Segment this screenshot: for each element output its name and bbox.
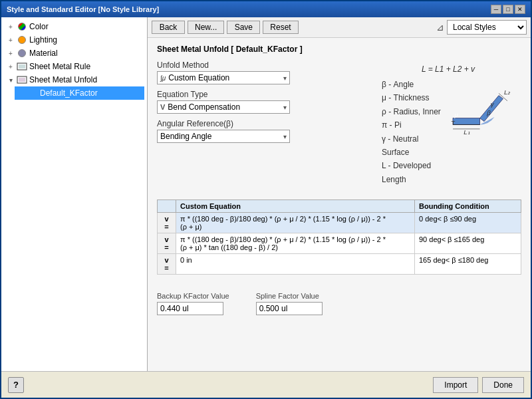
spline-factor-input[interactable] — [256, 302, 323, 315]
sidebar-item-material[interactable]: + Material — [4, 47, 144, 60]
right-panel: Back New... Save Reset ⊿ Local Styles Sh… — [148, 17, 531, 371]
toggle-sheet-metal-unfold[interactable]: ▾ — [5, 76, 16, 84]
table-row: v = π * ((180 deg - β)/180 deg) * (ρ + μ… — [158, 233, 521, 254]
main-window: Style and Standard Editor [No Style Libr… — [0, 0, 532, 399]
main-content: + Color + Lighting + Material — [1, 17, 531, 371]
toggle-material[interactable]: + — [5, 50, 16, 57]
angular-ref-dropdown[interactable]: Bending Angle ▾ — [157, 130, 290, 143]
lighting-icon — [16, 35, 28, 45]
sidebar-label-material: Material — [29, 49, 58, 58]
backup-kfactor-input[interactable] — [157, 302, 223, 315]
row3-equation: 0 in — [176, 254, 415, 275]
svg-marker-5 — [479, 96, 503, 122]
legend-item-L: L - Developed Length — [382, 159, 444, 186]
sidebar-item-color[interactable]: + Color — [4, 20, 144, 33]
row1-label: v = — [158, 213, 176, 233]
import-button[interactable]: Import — [433, 377, 478, 393]
legend-item-beta: β - Angle — [382, 78, 444, 91]
equation-type-arrow: ▾ — [283, 104, 287, 111]
filter-icon: ⊿ — [436, 22, 444, 33]
sidebar-item-default-kfactor[interactable]: Default_KFactor — [15, 86, 144, 100]
unfold-method-label: Unfold Method — [157, 61, 368, 70]
material-icon — [16, 48, 28, 59]
equation-type-dropdown[interactable]: V Bend Compensation ▾ — [157, 100, 290, 114]
unfold-method-icon: ∫μ — [160, 74, 166, 82]
sidebar-label-sheet-metal-rule: Sheet Metal Rule — [29, 62, 90, 71]
svg-text:L₁: L₁ — [464, 128, 469, 136]
help-button[interactable]: ? — [8, 377, 24, 393]
footer-right: Import Done — [433, 377, 524, 393]
svg-text:L₂: L₂ — [504, 88, 511, 96]
equation-type-icon: V — [160, 103, 165, 111]
svg-rect-4 — [453, 118, 480, 125]
kfactor-icon — [27, 88, 39, 98]
spline-factor-field: Spline Factor Value — [256, 292, 323, 315]
row3-label: v = — [158, 254, 176, 275]
spline-factor-label: Spline Factor Value — [256, 292, 323, 300]
window-title: Style and Standard Editor [No Style Libr… — [7, 5, 159, 13]
backup-kfactor-field: Backup KFactor Value — [157, 292, 229, 315]
top-section: Unfold Method ∫μ Custom Equation ▾ Equat… — [157, 61, 521, 190]
minimize-button[interactable]: ─ — [491, 5, 501, 14]
tree-children-unfold: Default_KFactor — [4, 86, 144, 100]
row2-label: v = — [158, 233, 176, 254]
table-row: v = π * ((180 deg - β)/180 deg) * (ρ + μ… — [158, 213, 521, 233]
table-row: v = 0 in 165 deg< β ≤180 deg — [158, 254, 521, 275]
svg-text:μ: μ — [454, 111, 458, 118]
toggle-lighting[interactable]: + — [5, 37, 16, 44]
filter-area: ⊿ Local Styles — [436, 20, 527, 35]
bend-diagram: L₁ L₂ β μ γ T — [450, 78, 515, 151]
footer: ? Import Done — [1, 371, 531, 398]
color-icon — [16, 21, 28, 32]
title-controls: ─ □ ✕ — [491, 5, 525, 14]
col-header-label — [158, 200, 176, 213]
svg-rect-3 — [19, 78, 25, 82]
equation-type-value: Bend Compensation — [168, 102, 283, 112]
row2-equation: π * ((180 deg - β)/180 deg) * (ρ + μ / 2… — [176, 233, 415, 254]
svg-rect-1 — [19, 65, 25, 68]
sidebar-item-sheet-metal-rule[interactable]: + Sheet Metal Rule — [4, 60, 144, 73]
col-header-condition: Bounding Condition — [415, 200, 521, 213]
unfold-method-value: Custom Equation — [168, 73, 283, 82]
unfold-method-arrow: ▾ — [283, 74, 287, 82]
sidebar: + Color + Lighting + Material — [1, 17, 148, 371]
angular-ref-row: Angular Reference(β) Bending Angle ▾ — [157, 119, 368, 143]
toolbar: Back New... Save Reset ⊿ Local Styles — [148, 17, 531, 38]
sidebar-item-lighting[interactable]: + Lighting — [4, 33, 144, 47]
unfold-method-row: Unfold Method ∫μ Custom Equation ▾ — [157, 61, 368, 84]
filter-dropdown[interactable]: Local Styles — [447, 20, 527, 35]
sheet-metal-unfold-icon — [16, 74, 28, 85]
back-button[interactable]: Back — [152, 21, 185, 34]
row3-condition: 165 deg< β ≤180 deg — [415, 254, 521, 275]
row2-condition: 90 deg< β ≤165 deg — [415, 233, 521, 254]
svg-text:T: T — [451, 119, 455, 126]
unfold-method-dropdown[interactable]: ∫μ Custom Equation ▾ — [157, 71, 290, 84]
reset-button[interactable]: Reset — [263, 21, 298, 34]
equation-type-label: Equation Type — [157, 90, 368, 99]
sidebar-item-sheet-metal-unfold[interactable]: ▾ Sheet Metal Unfold — [4, 73, 144, 86]
sidebar-label-default-kfactor: Default_KFactor — [40, 88, 98, 98]
angular-ref-value: Bending Angle — [160, 132, 283, 141]
toggle-sheet-metal-rule[interactable]: + — [5, 63, 16, 70]
save-button[interactable]: Save — [227, 21, 260, 34]
angular-ref-label: Angular Reference(β) — [157, 119, 368, 128]
legend-item-mu: μ - Thickness — [382, 91, 444, 104]
title-bar: Style and Standard Editor [No Style Libr… — [1, 1, 531, 17]
equation-type-row: Equation Type V Bend Compensation ▾ — [157, 90, 368, 114]
legend-item-gamma: γ - Neutral Surface — [382, 132, 444, 160]
sidebar-label-sheet-metal-unfold: Sheet Metal Unfold — [29, 75, 97, 84]
bottom-fields: Backup KFactor Value Spline Factor Value — [157, 285, 521, 315]
sheet-metal-rule-icon — [16, 61, 28, 72]
toggle-color[interactable]: + — [5, 23, 16, 31]
maximize-button[interactable]: □ — [503, 5, 513, 14]
legend-formula: L = L1 + L2 + v — [382, 65, 515, 74]
sidebar-label-lighting: Lighting — [29, 35, 57, 45]
done-button[interactable]: Done — [482, 377, 524, 393]
new-button[interactable]: New... — [188, 21, 224, 34]
legend-item-rho: ρ - Radius, Inner — [382, 105, 444, 118]
left-config: Unfold Method ∫μ Custom Equation ▾ Equat… — [157, 61, 368, 190]
close-button[interactable]: ✕ — [515, 5, 525, 14]
angular-ref-arrow: ▾ — [283, 133, 287, 140]
col-header-equation: Custom Equation — [176, 200, 415, 213]
row1-equation: π * ((180 deg - β)/180 deg) * (ρ + μ / 2… — [176, 213, 415, 233]
